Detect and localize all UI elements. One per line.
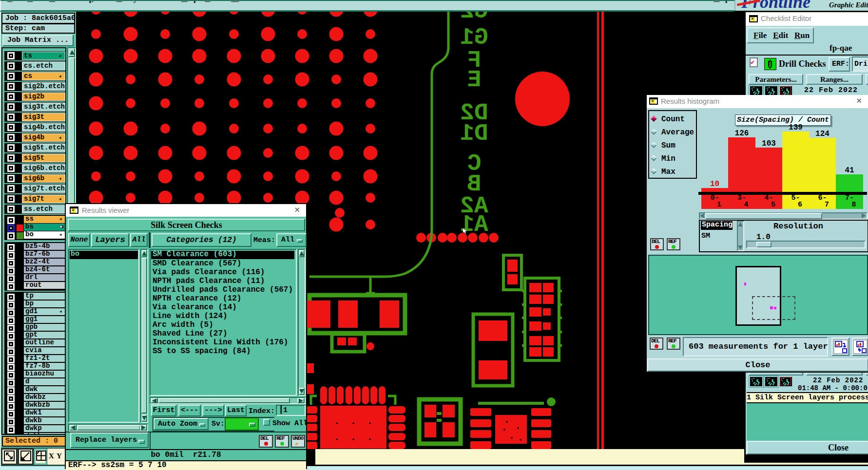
svg-text:D1: D1 (460, 120, 488, 147)
svg-text:G1: G1 (460, 24, 488, 51)
svg-text:E: E (467, 67, 482, 93)
svg-text:A1: A1 (460, 211, 488, 238)
